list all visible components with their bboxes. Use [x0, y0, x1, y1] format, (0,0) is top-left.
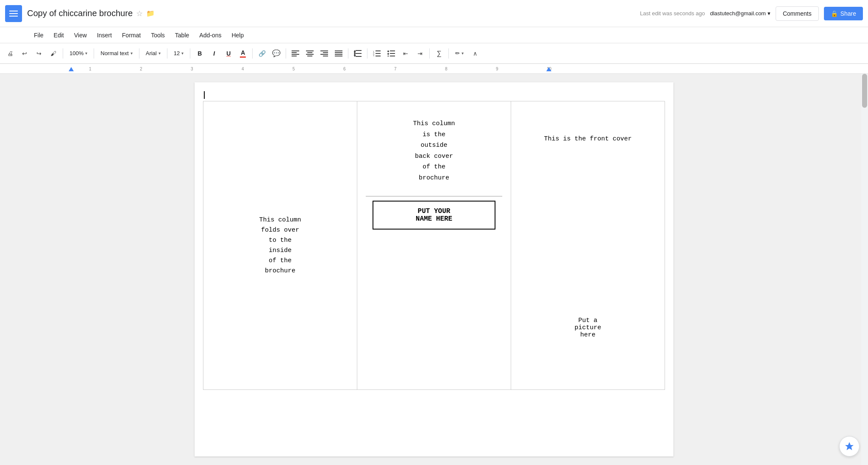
scrollbar[interactable]: [861, 74, 868, 465]
svg-point-28: [387, 53, 389, 55]
pencil-dropdown[interactable]: ✏ ▾: [451, 47, 467, 60]
user-account[interactable]: dlastutech@gmail.com ▾: [710, 10, 771, 17]
divider: [190, 48, 190, 59]
ruler: 1 2 3 4 5 6 7 8 9 10: [0, 64, 868, 74]
svg-rect-13: [335, 52, 342, 53]
brochure-col2[interactable]: This column is the outside back cover of…: [357, 101, 511, 390]
menu-tools[interactable]: Tools: [147, 30, 169, 40]
svg-rect-15: [335, 56, 342, 56]
divider: [63, 48, 63, 59]
paint-format-button[interactable]: 🖌: [47, 47, 60, 60]
formula-button[interactable]: ∑: [432, 47, 446, 60]
menu-file[interactable]: File: [30, 30, 48, 40]
col2-divider: [366, 196, 502, 196]
svg-rect-0: [292, 50, 299, 51]
indent-less-button[interactable]: ⇤: [399, 47, 412, 60]
picture-here-text: Put a picture here: [574, 317, 601, 339]
ai-assistant-button[interactable]: [839, 436, 860, 457]
comment-button[interactable]: 💬: [270, 47, 283, 60]
toolbar: 🖨 ↩ ↪ 🖌 100% ▾ Normal text ▾ Arial ▾ 12 …: [0, 43, 868, 64]
svg-rect-21: [376, 50, 381, 51]
brochure-col1[interactable]: This column folds over to the inside of …: [203, 101, 357, 390]
menu-insert[interactable]: Insert: [93, 30, 116, 40]
align-right-button[interactable]: [317, 47, 331, 60]
svg-rect-18: [356, 56, 362, 57]
last-edit-status: Last edit was seconds ago: [640, 10, 705, 17]
redo-button[interactable]: ↪: [32, 47, 46, 60]
numbered-list-button[interactable]: 1.2.3.: [370, 47, 384, 60]
svg-marker-33: [69, 67, 74, 71]
pencil-icon: ✏: [455, 50, 460, 56]
menu-view[interactable]: View: [70, 30, 91, 40]
app-menu-button[interactable]: [5, 5, 22, 22]
style-dropdown[interactable]: Normal text ▾: [97, 47, 136, 60]
col1-text: This column folds over to the inside of …: [259, 215, 301, 276]
svg-rect-17: [356, 53, 362, 54]
align-center-button[interactable]: [303, 47, 317, 60]
brochure-col3[interactable]: This is the front cover Put a picture he…: [511, 101, 665, 390]
svg-rect-23: [376, 53, 381, 54]
menu-edit[interactable]: Edit: [50, 30, 68, 40]
svg-text:5: 5: [292, 67, 295, 71]
scrollbar-thumb[interactable]: [862, 74, 867, 108]
underline-button[interactable]: U: [222, 47, 235, 60]
svg-rect-31: [390, 56, 395, 56]
italic-button[interactable]: I: [207, 47, 221, 60]
svg-text:9: 9: [496, 67, 498, 71]
svg-rect-11: [323, 56, 328, 56]
undo-button[interactable]: ↩: [18, 47, 31, 60]
collapse-toolbar-button[interactable]: ∧: [468, 47, 482, 60]
document-area[interactable]: This column folds over to the inside of …: [0, 74, 868, 465]
menu-help[interactable]: Help: [227, 30, 248, 40]
divider: [167, 48, 167, 59]
front-cover-text: This is the front cover: [544, 135, 632, 143]
svg-rect-6: [306, 54, 314, 55]
svg-rect-12: [335, 50, 342, 51]
lock-icon: 🔒: [831, 10, 838, 17]
line-spacing-button[interactable]: [351, 47, 364, 60]
svg-point-26: [387, 50, 389, 52]
svg-text:3: 3: [191, 67, 193, 71]
svg-rect-14: [335, 54, 342, 55]
brochure-table: This column folds over to the inside of …: [203, 101, 665, 390]
divider: [367, 48, 367, 59]
folder-icon[interactable]: 📁: [146, 9, 155, 17]
svg-rect-7: [307, 56, 312, 56]
print-button[interactable]: 🖨: [3, 47, 17, 60]
svg-rect-1: [292, 52, 297, 53]
zoom-dropdown[interactable]: 100% ▾: [66, 47, 91, 60]
menu-table[interactable]: Table: [171, 30, 193, 40]
bulleted-list-button[interactable]: [384, 47, 398, 60]
name-box[interactable]: PUT YOUR NAME HERE: [373, 201, 495, 230]
svg-text:3.: 3.: [373, 55, 375, 56]
col2-top-text: This column is the outside back cover of…: [413, 110, 455, 192]
align-justify-button[interactable]: [332, 47, 345, 60]
star-icon[interactable]: ☆: [136, 9, 143, 18]
share-button[interactable]: 🔒 Share: [824, 7, 863, 20]
divider: [139, 48, 139, 59]
svg-rect-5: [307, 52, 312, 53]
comments-button[interactable]: Comments: [776, 6, 819, 21]
indent-more-button[interactable]: ⇥: [413, 47, 427, 60]
svg-rect-8: [320, 50, 328, 51]
font-dropdown[interactable]: Arial ▾: [142, 47, 164, 60]
svg-rect-9: [323, 52, 328, 53]
svg-rect-29: [390, 53, 395, 54]
svg-rect-10: [320, 54, 328, 55]
divider: [429, 48, 430, 59]
svg-point-30: [387, 56, 389, 56]
link-button[interactable]: 🔗: [255, 47, 269, 60]
svg-rect-27: [390, 50, 395, 51]
divider: [286, 48, 286, 59]
cursor: [204, 91, 205, 99]
font-size-dropdown[interactable]: 12 ▾: [170, 47, 187, 60]
align-left-button[interactable]: [289, 47, 302, 60]
svg-rect-4: [306, 50, 314, 51]
bold-button[interactable]: B: [193, 47, 206, 60]
svg-rect-3: [292, 56, 297, 56]
divider: [348, 48, 348, 59]
svg-rect-25: [376, 56, 381, 56]
menu-addons[interactable]: Add-ons: [195, 30, 225, 40]
menu-format[interactable]: Format: [118, 30, 145, 40]
text-color-button[interactable]: A: [236, 47, 250, 60]
